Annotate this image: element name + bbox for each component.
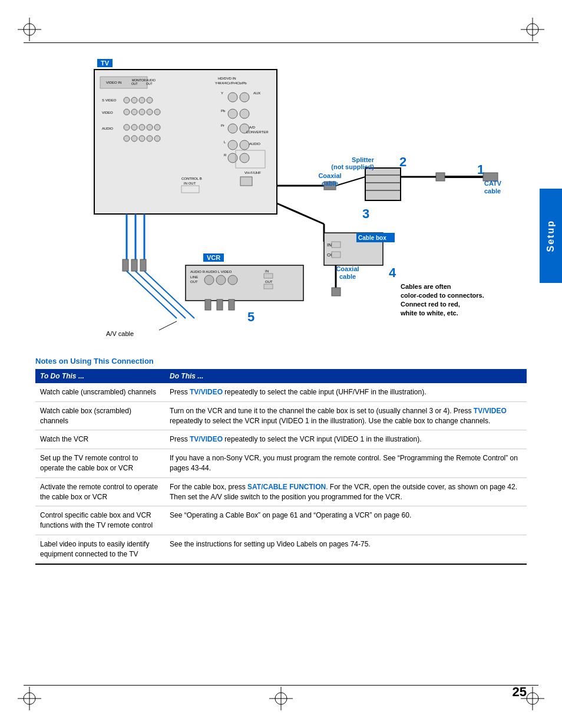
svg-rect-115: [332, 288, 340, 296]
svg-point-62: [228, 140, 237, 150]
svg-point-29: [131, 109, 137, 115]
svg-rect-95: [229, 299, 234, 310]
svg-point-63: [240, 140, 249, 150]
svg-text:VIDEO: VIDEO: [102, 111, 113, 114]
table-body: Watch cable (unscrambled) channelsPress …: [35, 383, 527, 564]
svg-text:white to white, etc.: white to white, etc.: [400, 309, 458, 317]
table-cell-action: Set up the TV remote control to operate …: [35, 449, 165, 478]
table-cell-instruction: See “Operating a Cable Box” on page 61 a…: [165, 506, 527, 535]
svg-text:Pr: Pr: [221, 124, 224, 127]
svg-text:2: 2: [399, 154, 406, 169]
table-row: Watch cable (unscrambled) channelsPress …: [35, 383, 527, 401]
table-cell-instruction: For the cable box, press SAT/CABLE FUNCT…: [165, 477, 527, 506]
page-border-top: [24, 42, 538, 43]
svg-text:HD/DVD IN: HD/DVD IN: [218, 77, 236, 80]
svg-text:Cables are often: Cables are often: [401, 283, 451, 290]
svg-point-38: [154, 124, 160, 130]
svg-point-32: [154, 109, 160, 115]
table-row: Activate the remote control to operate t…: [35, 477, 527, 506]
svg-text:cable: cable: [339, 273, 356, 280]
table-row: Control specific cable box and VCR funct…: [35, 506, 527, 535]
vcr-label: VCR: [203, 253, 224, 262]
svg-rect-100: [365, 168, 401, 200]
svg-point-66: [228, 153, 237, 163]
svg-point-88: [228, 275, 237, 285]
svg-text:LINE: LINE: [190, 275, 198, 279]
svg-text:Splitter: Splitter: [352, 156, 375, 163]
svg-text:R: R: [224, 153, 227, 157]
svg-point-41: [139, 136, 145, 141]
svg-text:AUDIO: AUDIO: [249, 142, 260, 146]
setup-tab-label: Setup: [546, 220, 556, 252]
svg-point-51: [240, 93, 249, 102]
table-cell-action: Control specific cable box and VCR funct…: [35, 506, 165, 535]
diagram-area: TV VIDEO IN MONITOR OUT AUDIO OUT S VIDE…: [35, 59, 527, 348]
svg-rect-75: [131, 259, 137, 271]
corner-tr: [521, 18, 544, 41]
table-row: Label video inputs to easily identify eq…: [35, 535, 527, 564]
svg-text:AUDIO R  AUDIO L  VIDEO: AUDIO R AUDIO L VIDEO: [190, 270, 232, 274]
svg-text:IN   OUT: IN OUT: [184, 182, 196, 185]
svg-rect-93: [205, 299, 211, 310]
svg-point-30: [139, 109, 145, 115]
connection-diagram: VIDEO IN MONITOR OUT AUDIO OUT S VIDEO V…: [35, 59, 527, 348]
svg-text:1: 1: [477, 162, 484, 177]
highlight-text: TV/VIDEO: [190, 435, 223, 443]
corner-mid-bottom: [269, 687, 293, 710]
col2-header: Do This ...: [165, 369, 527, 383]
svg-text:Y: Y: [221, 91, 223, 95]
svg-point-28: [124, 109, 130, 115]
svg-point-42: [147, 136, 153, 141]
table-cell-instruction: Press TV/VIDEO repeatedly to select the …: [165, 430, 527, 449]
svg-point-37: [147, 124, 153, 130]
svg-text:Cable box: Cable box: [358, 235, 386, 241]
svg-point-31: [147, 109, 153, 115]
svg-text:OUT: OUT: [265, 280, 273, 284]
table-row: Set up the TV remote control to operate …: [35, 449, 527, 478]
setup-tab: Setup: [540, 189, 562, 283]
connection-table: To Do This ... Do This ... Watch cable (…: [35, 369, 527, 565]
table-cell-instruction: Turn on the VCR and tune it to the chann…: [165, 401, 527, 430]
table-cell-instruction: If you have a non-Sony VCR, you must pro…: [165, 449, 527, 478]
svg-text:CONTROL B: CONTROL B: [181, 177, 202, 180]
table-cell-instruction: See the instructions for setting up Vide…: [165, 535, 527, 564]
svg-text:Pb: Pb: [221, 109, 226, 113]
svg-text:S VIDEO: S VIDEO: [102, 98, 117, 102]
svg-point-40: [131, 136, 137, 141]
main-content: TV VIDEO IN MONITOR OUT AUDIO OUT S VIDE…: [35, 59, 527, 681]
page-border-bottom: [24, 685, 538, 686]
svg-text:5: 5: [247, 309, 254, 324]
svg-point-57: [228, 124, 237, 133]
notes-section: Notes on Using This Connection To Do Thi…: [35, 357, 527, 565]
svg-point-43: [154, 136, 160, 141]
svg-text:CATV: CATV: [484, 180, 502, 187]
svg-text:A/V cable: A/V cable: [106, 330, 134, 337]
table-row: Watch cable box (scrambled) channelsTurn…: [35, 401, 527, 430]
svg-rect-107: [436, 173, 445, 181]
svg-rect-92: [264, 284, 273, 289]
svg-text:3: 3: [362, 206, 369, 221]
corner-tl: [18, 18, 41, 41]
svg-rect-76: [140, 259, 146, 271]
svg-rect-113: [332, 252, 340, 258]
svg-text:Coaxial: Coaxial: [336, 265, 359, 272]
svg-text:CONVERTER: CONVERTER: [246, 130, 269, 134]
svg-point-34: [124, 124, 130, 130]
svg-text:Connect red to red,: Connect red to red,: [401, 301, 460, 308]
svg-text:Y4K4/4Cr/Pr4Cb/Pb: Y4K4/4Cr/Pr4Cb/Pb: [215, 81, 247, 85]
svg-text:Coaxial: Coaxial: [318, 172, 341, 179]
svg-text:VIDEO IN: VIDEO IN: [106, 81, 121, 84]
svg-point-25: [139, 97, 145, 103]
svg-rect-74: [123, 259, 128, 271]
table-row: Watch the VCRPress TV/VIDEO repeatedly t…: [35, 430, 527, 449]
svg-text:cable: cable: [322, 180, 338, 187]
svg-rect-70: [240, 177, 252, 186]
highlight-text: SAT/CABLE FUNCTION: [247, 483, 326, 491]
svg-point-26: [147, 97, 153, 103]
table-header: To Do This ... Do This ...: [35, 369, 527, 383]
svg-point-23: [124, 97, 130, 103]
svg-text:OUT: OUT: [131, 82, 138, 85]
svg-text:AUX: AUX: [253, 91, 260, 95]
svg-rect-94: [217, 299, 223, 310]
svg-rect-111: [332, 242, 340, 248]
